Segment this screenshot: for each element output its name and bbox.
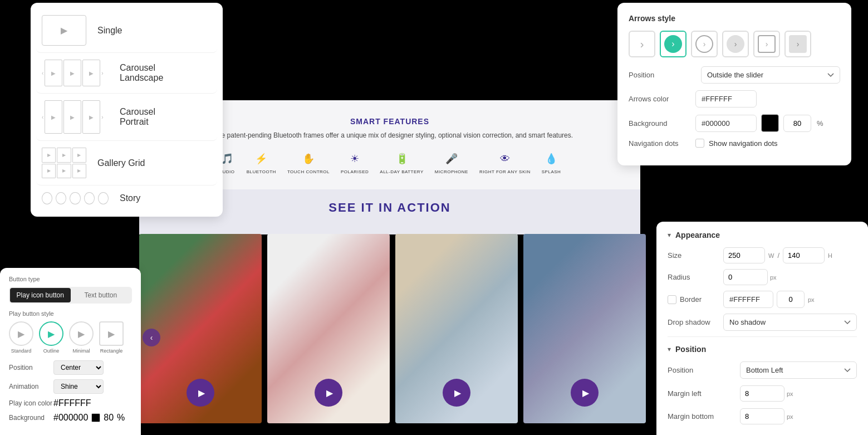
animation-select[interactable]: Shine: [53, 379, 104, 394]
layout-item-carousel-portrait[interactable]: ‹ ▶ ▶ ▶ › CarouselPortrait: [36, 94, 217, 141]
appearance-section-header[interactable]: ▾ Appearance: [668, 231, 857, 240]
margin-left-input[interactable]: [740, 385, 784, 402]
radius-row: Radius px: [668, 269, 857, 285]
size-width-input[interactable]: [723, 247, 765, 263]
radius-input[interactable]: [723, 269, 768, 285]
story-circle: [98, 192, 109, 204]
play-button-2[interactable]: [315, 379, 342, 407]
bg-color-group: #000000 80 %: [53, 413, 125, 423]
play-style-outline[interactable]: ▶ Outline: [39, 321, 63, 354]
nav-dots-checkbox-label[interactable]: Show navigation dots: [695, 139, 778, 148]
margin-left-unit: px: [787, 390, 793, 397]
arrow-style-arrow-gray[interactable]: ›: [784, 31, 811, 57]
rectangle-icon: ▶: [99, 321, 124, 346]
carousel-right-arrow: ›: [101, 70, 103, 76]
canvas-prev-arrow[interactable]: ‹: [143, 329, 160, 346]
margin-bottom-input[interactable]: [740, 408, 784, 424]
position-section-header[interactable]: ▾ Position: [668, 345, 857, 354]
arrows-color-input[interactable]: [695, 90, 757, 107]
tab-play-icon-button[interactable]: Play icon button: [10, 288, 71, 302]
layout-item-carousel-landscape[interactable]: ‹ ▶ ▶ ▶ › CarouselLandscape: [36, 53, 217, 94]
radius-input-group: px: [723, 269, 777, 285]
percent-sign: %: [817, 119, 823, 128]
layout-item-gallery-grid[interactable]: ▶ ▶ ▶ ▶ ▶ ▶ Gallery Grid: [36, 141, 217, 185]
video-thumb-2[interactable]: [267, 234, 390, 423]
list-item: 👁 RIGHT FOR ANY SKIN: [479, 150, 531, 174]
background-opacity-input[interactable]: [783, 115, 811, 132]
play-style-rectangle[interactable]: ▶ Rectangle: [99, 321, 124, 354]
gallery-cell: ▶: [42, 148, 56, 163]
margin-bottom-row: Margin bottom px: [668, 408, 857, 424]
background-hex-input[interactable]: [695, 115, 757, 132]
story-circle: [70, 192, 80, 204]
carousel-cell: ▶: [45, 60, 62, 86]
layout-item-single[interactable]: ▶ Single: [36, 8, 217, 53]
video-thumb-3[interactable]: [395, 234, 518, 423]
size-height-input[interactable]: [783, 247, 825, 263]
background-label: Background: [629, 119, 695, 128]
border-checkbox[interactable]: [668, 295, 676, 304]
video-thumb-4[interactable]: [523, 234, 646, 423]
gallery-cell: ▶: [57, 148, 71, 163]
nav-dots-checkbox[interactable]: [695, 139, 704, 148]
margin-left-input-group: px: [740, 385, 793, 402]
bluetooth-label: BLUETOOTH: [247, 169, 276, 174]
size-h-unit: H: [828, 252, 832, 259]
carousel-portrait-preview: ‹ ▶ ▶ ▶ ›: [42, 100, 109, 134]
single-preview: ▶: [42, 15, 86, 46]
splash-label: SPLASH: [542, 169, 561, 174]
video-thumb-1[interactable]: [139, 234, 262, 423]
arrow-style-circle-outline[interactable]: ›: [691, 31, 718, 57]
arrow-outline-icon: ›: [758, 35, 776, 53]
carousel-cell: ▶: [45, 100, 62, 134]
border-size-input[interactable]: [777, 291, 805, 308]
arrow-style-arrow-outline[interactable]: ›: [753, 31, 780, 57]
arrow-gray-icon: ›: [789, 35, 807, 53]
minimal-label: Minimal: [72, 348, 90, 354]
size-row: Size W / H: [668, 247, 857, 263]
arrow-style-plain[interactable]: ›: [629, 31, 655, 57]
arrow-style-circle-gray[interactable]: ›: [722, 31, 749, 57]
play-style-minimal[interactable]: ▶ Minimal: [69, 321, 94, 354]
size-divider: /: [777, 251, 779, 260]
bg-swatch[interactable]: [91, 413, 100, 422]
battery-label: ALL-DAY BATTERY: [380, 169, 424, 174]
plain-arrow-icon: ›: [640, 38, 644, 51]
bg-row: Background #000000 80 %: [9, 413, 132, 423]
arrows-style-panel: Arrows style › › › › › › Position Outsid…: [617, 3, 851, 165]
nav-dots-row: Navigation dots Show navigation dots: [629, 139, 840, 148]
position-title: Position: [675, 345, 706, 354]
play-button-4[interactable]: [571, 379, 599, 407]
play-style-options: ▶ Standard ▶ Outline ▶ Minimal ▶ Rectang…: [9, 321, 132, 354]
border-label: Border: [668, 295, 723, 304]
layout-item-story[interactable]: Story: [36, 185, 217, 211]
play-icon-color-label: Play icon color: [9, 399, 53, 407]
play-style-standard[interactable]: ▶ Standard: [9, 321, 33, 354]
radius-unit: px: [770, 274, 777, 281]
drop-shadow-select[interactable]: No shadow Small Medium Large: [723, 314, 857, 331]
touch-label: TOUCH CONTROL: [287, 169, 330, 174]
border-unit: px: [808, 296, 815, 303]
position-select[interactable]: Outside the slider Inside the slider Ove…: [701, 66, 840, 84]
position-config-select[interactable]: Bottom Left Bottom Right Top Left Top Ri…: [740, 361, 857, 379]
single-label: Single: [97, 26, 122, 36]
arrow-style-circle-filled[interactable]: ›: [660, 31, 686, 57]
play-button-1[interactable]: [187, 379, 214, 407]
arrow-style-options: › › › › › ›: [629, 31, 840, 57]
minimal-icon: ▶: [69, 321, 94, 346]
standard-label: Standard: [11, 348, 32, 354]
video-thumbnails: [139, 234, 646, 423]
size-label: Size: [668, 251, 723, 260]
border-color-input[interactable]: [723, 291, 773, 308]
play-position-row: Position Center: [9, 360, 132, 375]
background-color-swatch[interactable]: [761, 114, 779, 132]
button-type-tabs: Play icon button Text button: [9, 287, 132, 304]
animation-label: Animation: [9, 383, 53, 390]
play-position-select[interactable]: Center: [53, 360, 104, 375]
play-button-3[interactable]: [443, 379, 470, 407]
background-row: Background %: [629, 114, 840, 132]
play-icon-color-group: #FFFFFF: [53, 398, 91, 408]
tab-text-button[interactable]: Text button: [71, 288, 131, 302]
border-row: Border px: [668, 291, 857, 308]
play-icon-color-row: Play icon color #FFFFFF: [9, 398, 132, 408]
